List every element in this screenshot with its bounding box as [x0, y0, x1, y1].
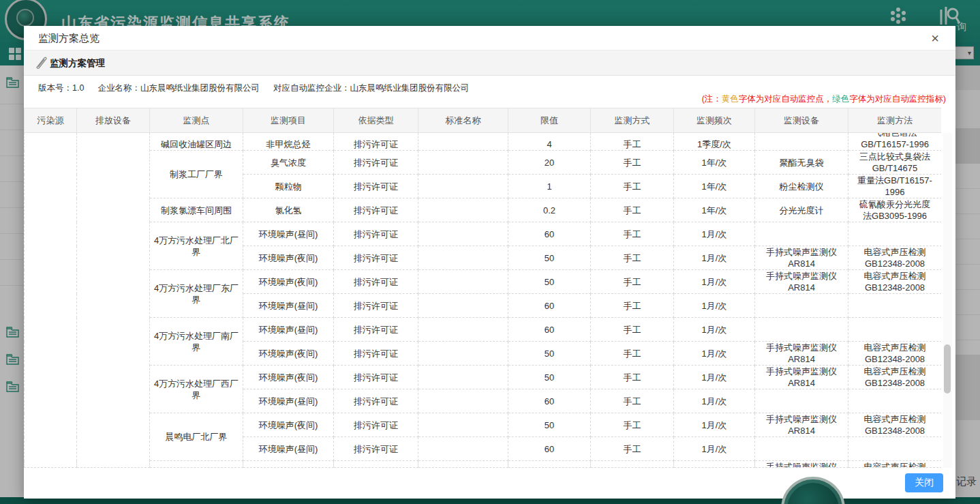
page: 山东省污染源监测信息共享系统 询	[0, 0, 980, 504]
cell-basis-type: 排污许可证	[334, 437, 418, 461]
column-header: 监测设备	[755, 108, 848, 133]
cell-monitor-device: 手持式噪声监测仪AR814	[755, 366, 848, 389]
cell-monitor-frequency: 1月/次	[674, 222, 755, 246]
cell-monitor-method: 电容式声压检测GB12348-2008	[848, 366, 942, 389]
cell-monitor-method: 电容式声压检测GB12348-2008	[848, 342, 942, 366]
column-header: 限值	[508, 108, 591, 133]
cell-basis-type: 排污许可证	[334, 175, 418, 198]
cell-monitor-method: 硫氰酸汞分光光度法GB3095-1996	[848, 198, 942, 222]
cell-monitor-device	[755, 437, 848, 461]
cell-monitor-mode: 手工	[591, 198, 674, 222]
cell-limit-value: 50	[508, 270, 591, 294]
cell-monitor-item: 环境噪声(昼间)	[243, 318, 334, 342]
note-middle: 字体为对应自动监控点，	[739, 94, 833, 104]
cell-monitor-device: 手持式噪声监测仪	[755, 461, 848, 468]
cell-monitor-frequency: 1年/次	[674, 198, 755, 222]
cell-monitor-point	[150, 461, 243, 468]
cell-monitor-item: 环境噪声(昼间)	[243, 437, 334, 461]
cell-discharge-device	[77, 133, 150, 468]
cell-monitor-frequency: 1月/次	[674, 413, 755, 437]
cell-monitor-device: 手持式噪声监测仪AR814	[755, 342, 848, 366]
table-scroll-area: 污染源排放设备监测点监测项目依据类型标准名称限值监测方式监测频次监测设备监测方法…	[24, 108, 941, 468]
company-label: 企业名称：山东晨鸣纸业集团股份有限公司	[97, 83, 260, 93]
close-icon[interactable]: ×	[927, 30, 943, 46]
cell-monitor-frequency	[674, 461, 755, 468]
cell-limit-value: 4	[508, 133, 591, 151]
cell-monitor-device	[755, 133, 848, 151]
cell-standard-name	[418, 175, 508, 198]
table-row: 碱回收油罐区周边非甲烷总烃排污许可证4手工1季度/次气相色谱法GB/T16157…	[25, 133, 942, 151]
column-header: 监测点	[150, 108, 243, 133]
section-header: 监测方案管理	[24, 50, 955, 76]
cell-monitor-device	[755, 389, 848, 413]
cell-monitor-item: 环境噪声(夜间)	[243, 270, 334, 294]
cell-limit-value: 20	[508, 151, 591, 175]
cell-monitor-frequency: 1月/次	[674, 437, 755, 461]
cell-monitor-item: 环境噪声(昼间)	[243, 222, 334, 246]
cell-monitor-frequency: 1年/次	[674, 151, 755, 175]
cell-monitor-method	[848, 437, 942, 461]
cell-basis-type: 排污许可证	[334, 366, 418, 389]
info-area: 版本号：1.0企业名称：山东晨鸣纸业集团股份有限公司对应自动监控企业：山东晨鸣纸…	[24, 76, 955, 108]
cell-monitor-item: 氯化氢	[243, 198, 334, 222]
cell-basis-type: 排污许可证	[334, 413, 418, 437]
close-button[interactable]: 关闭	[905, 473, 943, 492]
table-scrollbar-thumb[interactable]	[944, 344, 951, 394]
cell-basis-type: 排污许可证	[334, 222, 418, 246]
cell-standard-name	[418, 413, 508, 437]
cell-standard-name	[418, 246, 508, 270]
cell-monitor-item: 环境噪声(夜间)	[243, 413, 334, 437]
cell-monitor-point: 碱回收油罐区周边	[150, 133, 243, 151]
cell-limit-value: 60	[508, 318, 591, 342]
cell-monitor-mode: 手工	[591, 342, 674, 366]
column-header: 依据类型	[334, 108, 418, 133]
cell-monitor-mode: 手工	[591, 413, 674, 437]
version-label: 版本号：1.0	[38, 83, 84, 93]
cell-monitor-item: 臭气浓度	[243, 151, 334, 175]
cell-standard-name	[418, 437, 508, 461]
cell-standard-name	[418, 270, 508, 294]
cell-limit-value: 50	[508, 413, 591, 437]
column-header: 监测方法	[848, 108, 942, 133]
cell-limit-value: 50	[508, 246, 591, 270]
cell-monitor-device: 手持式噪声监测仪AR814	[755, 246, 848, 270]
cell-monitor-device: 分光光度计	[755, 198, 848, 222]
cell-basis-type: 排污许可证	[334, 151, 418, 175]
cell-monitor-device: 聚酯无臭袋	[755, 151, 848, 175]
column-header: 监测频次	[674, 108, 755, 133]
cell-monitor-method: 气相色谱法GB/T16157-1996	[848, 133, 942, 151]
cell-limit-value: 60	[508, 437, 591, 461]
cell-monitor-point: 4万方污水处理厂东厂界	[150, 270, 243, 318]
cell-monitor-frequency: 1年/次	[674, 175, 755, 198]
note-green: 绿色	[832, 94, 849, 104]
cell-standard-name	[418, 461, 508, 468]
cell-monitor-mode: 手工	[591, 133, 674, 151]
cell-basis-type: 排污许可证	[334, 294, 418, 318]
cell-monitor-point: 制浆工厂厂界	[150, 151, 243, 198]
cell-monitor-method: 三点比较式臭袋法GB/T14675	[848, 151, 942, 175]
table-row: 4万方污水处理厂北厂界环境噪声(昼间)排污许可证60手工1月/次	[25, 222, 942, 246]
modal-title: 监测方案总览	[38, 32, 99, 45]
pen-icon	[35, 56, 48, 72]
cell-limit-value: 0.2	[508, 198, 591, 222]
table-scrollbar-track[interactable]	[943, 133, 952, 468]
cell-monitor-frequency: 1月/次	[674, 318, 755, 342]
cell-limit-value: 60	[508, 222, 591, 246]
cell-monitor-frequency: 1月/次	[674, 270, 755, 294]
cell-monitor-item: 环境噪声(昼间)	[243, 294, 334, 318]
cell-monitor-frequency: 1月/次	[674, 246, 755, 270]
cell-monitor-mode: 手工	[591, 246, 674, 270]
cell-monitor-method: 电容式声压检测GB12348-2008	[848, 246, 942, 270]
section-title: 监测方案管理	[50, 57, 105, 70]
note-prefix: (注：	[702, 94, 722, 104]
monitoring-plan-modal: 监测方案总览 × 监测方案管理 版本号：1.0企业名称：山东晨鸣纸业集团股份有限…	[24, 26, 955, 499]
cell-monitor-item: 环境噪声(夜间)	[243, 342, 334, 366]
cell-basis-type: 排污许可证	[334, 198, 418, 222]
cell-monitor-point: 制浆氯漂车间周围	[150, 198, 243, 222]
cell-monitor-method: 重量法GB/T16157-1996	[848, 175, 942, 198]
cell-standard-name	[418, 389, 508, 413]
cell-monitor-item: 非甲烷总烃	[243, 133, 334, 151]
table-row: 制浆工厂厂界臭气浓度排污许可证20手工1年/次聚酯无臭袋三点比较式臭袋法GB/T…	[25, 151, 942, 175]
cell-monitor-mode: 手工	[591, 294, 674, 318]
cell-monitor-point: 4万方污水处理厂南厂界	[150, 318, 243, 366]
